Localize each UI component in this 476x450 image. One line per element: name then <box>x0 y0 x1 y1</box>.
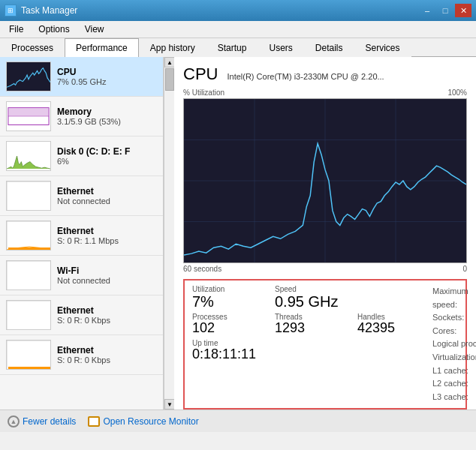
ethernet1-thumbnail <box>6 181 51 211</box>
sidebar-item-cpu[interactable]: CPU 7% 0.95 GHz <box>0 57 163 97</box>
handles-group: Handles 42395 <box>357 313 417 336</box>
chart-time-right: 0 <box>462 265 467 273</box>
utilization-label: Utilization <box>192 285 252 293</box>
sidebar-item-ethernet3[interactable]: Ethernet S: 0 R: 0 Kbps <box>0 296 163 335</box>
menu-file[interactable]: File <box>3 22 29 36</box>
memory-sidebar-info: Memory 3.1/5.9 GB (53%) <box>57 106 157 126</box>
disk-thumbnail <box>6 141 51 171</box>
cpu-chart <box>183 98 467 263</box>
sidebar-scrollbar[interactable]: ▲ ▼ <box>164 57 174 410</box>
svg-rect-6 <box>7 221 51 250</box>
utilization-value: 7% <box>192 293 252 310</box>
ethernet2-sidebar-name: Ethernet <box>57 226 157 236</box>
right-stat-0: Maximum speed: 2.20 ... <box>432 285 476 311</box>
restore-button[interactable]: □ <box>437 4 453 17</box>
main-content: CPU 7% 0.95 GHz Memory 3.1/5.9 GB (53%) <box>0 57 476 410</box>
stats-row-2: Processes 102 Threads 1293 Handles 42395 <box>192 313 417 336</box>
svg-rect-5 <box>7 182 51 211</box>
sidebar-item-ethernet1[interactable]: Ethernet Not connected <box>0 176 163 216</box>
right-panel: CPU Intel(R) Core(TM) i3-2330M CPU @ 2.2… <box>174 57 476 410</box>
sidebar-item-disk[interactable]: Disk 0 (C: D: E: F 6% <box>0 136 163 176</box>
title-bar-left: ⊞ Task Manager <box>5 4 77 16</box>
tab-processes[interactable]: Processes <box>0 38 65 57</box>
title-controls: – □ ✕ <box>419 4 471 17</box>
ethernet4-thumbnail <box>6 340 51 370</box>
wifi-sidebar-name: Wi-Fi <box>57 266 157 276</box>
threads-value: 1293 <box>275 321 335 336</box>
sidebar-item-wifi[interactable]: Wi-Fi Not connected <box>0 256 163 296</box>
uptime-value: 0:18:11:11 <box>192 347 417 362</box>
scroll-thumb[interactable] <box>165 68 174 91</box>
tab-users[interactable]: Users <box>258 38 303 57</box>
chart-time-left: 60 seconds <box>183 265 221 273</box>
ethernet1-sidebar-info: Ethernet Not connected <box>57 186 157 206</box>
uptime-group: Up time 0:18:11:11 <box>192 339 417 362</box>
window-title: Task Manager <box>21 5 77 16</box>
processes-group: Processes 102 <box>192 313 252 336</box>
right-stat-6: L2 cache: 512 KB <box>432 377 476 391</box>
speed-value: 0.95 GHz <box>275 293 338 310</box>
memory-thumbnail <box>6 101 51 131</box>
menu-view[interactable]: View <box>79 22 110 36</box>
processes-value: 102 <box>192 321 252 336</box>
tab-bar: Processes Performance App history Startu… <box>0 38 476 57</box>
tab-app-history[interactable]: App history <box>139 38 206 57</box>
wifi-thumbnail <box>6 260 51 290</box>
sidebar-item-memory[interactable]: Memory 3.1/5.9 GB (53%) <box>0 97 163 136</box>
disk-sidebar-value: 6% <box>57 157 157 166</box>
utilization-group: Utilization 7% <box>192 285 252 310</box>
scroll-down-arrow[interactable]: ▼ <box>164 399 175 410</box>
wifi-sidebar-info: Wi-Fi Not connected <box>57 266 157 285</box>
resource-monitor-icon <box>88 416 100 427</box>
sidebar-item-ethernet4[interactable]: Ethernet S: 0 R: 0 Kbps <box>0 335 163 375</box>
stats-row-1: Utilization 7% Speed 0.95 GHz <box>192 285 417 310</box>
right-stat-label-6: L2 cache: <box>432 377 468 391</box>
svg-rect-8 <box>7 261 51 290</box>
ethernet2-thumbnail <box>6 220 51 250</box>
ethernet3-sidebar-value: S: 0 R: 0 Kbps <box>57 316 157 325</box>
tab-performance[interactable]: Performance <box>65 38 139 57</box>
right-stat-1: Sockets: 1 <box>432 311 476 325</box>
stats-box: Utilization 7% Speed 0.95 GHz Processes … <box>183 279 467 410</box>
chart-labels-bottom: 60 seconds 0 <box>183 265 467 273</box>
cpu-sidebar-value: 7% 0.95 GHz <box>57 77 157 86</box>
chart-label-max: 100% <box>447 88 467 97</box>
fewer-details-icon: ▲ <box>8 416 20 428</box>
cpu-main-title: CPU <box>183 64 218 84</box>
memory-sidebar-name: Memory <box>57 106 157 117</box>
tab-details[interactable]: Details <box>304 38 354 57</box>
ethernet3-sidebar-name: Ethernet <box>57 305 157 316</box>
minimize-button[interactable]: – <box>419 4 435 17</box>
right-stat-label-2: Cores: <box>432 325 456 338</box>
speed-group: Speed 0.95 GHz <box>275 285 338 310</box>
cpu-sidebar-info: CPU 7% 0.95 GHz <box>57 67 157 86</box>
cpu-sidebar-name: CPU <box>57 67 157 77</box>
chart-labels-top: % Utilization 100% <box>183 88 467 97</box>
sidebar: CPU 7% 0.95 GHz Memory 3.1/5.9 GB (53%) <box>0 57 164 410</box>
menu-options[interactable]: Options <box>32 22 75 36</box>
fewer-details-button[interactable]: ▲ Fewer details <box>8 416 76 428</box>
handles-value: 42395 <box>357 321 417 336</box>
ethernet2-sidebar-info: Ethernet S: 0 R: 1.1 Mbps <box>57 226 157 245</box>
scroll-track <box>164 68 174 399</box>
right-stat-label-7: L3 cache: <box>432 391 468 404</box>
ethernet2-sidebar-value: S: 0 R: 1.1 Mbps <box>57 236 157 245</box>
tab-services[interactable]: Services <box>354 38 411 57</box>
right-stat-5: L1 cache: 128 KB <box>432 364 476 378</box>
scroll-up-arrow[interactable]: ▲ <box>164 57 175 68</box>
open-resource-monitor-button[interactable]: Open Resource Monitor <box>88 416 198 427</box>
sidebar-item-ethernet2[interactable]: Ethernet S: 0 R: 1.1 Mbps <box>0 216 163 256</box>
right-stat-label-0: Maximum speed: <box>432 285 476 311</box>
ethernet3-sidebar-info: Ethernet S: 0 R: 0 Kbps <box>57 305 157 325</box>
right-stat-4: Virtualization: Enabl... <box>432 351 476 364</box>
ethernet4-sidebar-info: Ethernet S: 0 R: 0 Kbps <box>57 345 157 364</box>
close-button[interactable]: ✕ <box>455 4 471 17</box>
right-stat-3: Logical processors: 4 <box>432 338 476 351</box>
title-bar: ⊞ Task Manager – □ ✕ <box>0 0 476 21</box>
cpu-main-subtitle: Intel(R) Core(TM) i3-2330M CPU @ 2.20... <box>227 72 384 81</box>
cpu-header: CPU Intel(R) Core(TM) i3-2330M CPU @ 2.2… <box>183 64 467 84</box>
ethernet4-sidebar-name: Ethernet <box>57 345 157 356</box>
chart-label-utilization: % Utilization <box>183 88 224 97</box>
app-icon: ⊞ <box>5 4 17 16</box>
tab-startup[interactable]: Startup <box>206 38 258 57</box>
